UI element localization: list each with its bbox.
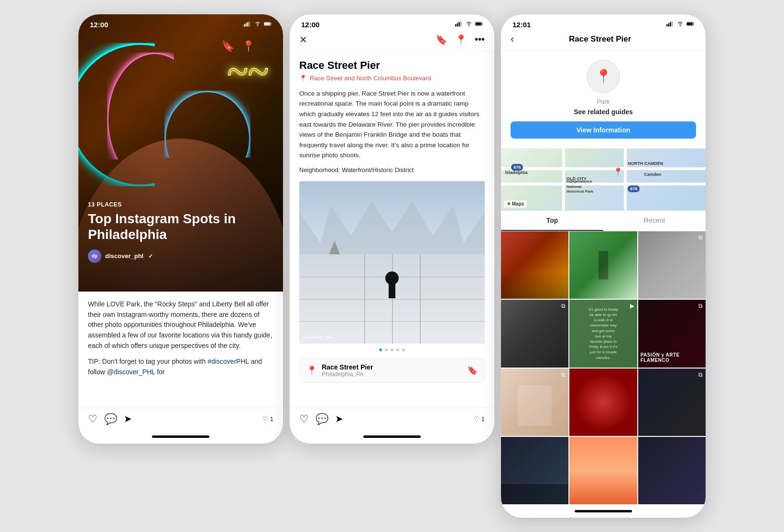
image-dots (299, 348, 485, 351)
svg-rect-14 (666, 24, 667, 27)
multi-icon-7: ⧉ (561, 371, 566, 378)
phone2-header: ✕ 🔖 📍 ••• (290, 32, 494, 52)
see-related-guides[interactable]: See related guides (574, 108, 633, 116)
verified-badge: ✓ (148, 253, 153, 260)
phone-3: 12:01 ‹ Race Street Pier ••• 📍 Park (501, 14, 706, 518)
status-time-2: 12:00 (301, 21, 319, 29)
action-icons-left-2: ♡ 💬 ➤ (299, 413, 474, 425)
location-icon-2[interactable]: 📍 (455, 34, 467, 45)
grid-item-9[interactable]: ⧉ (638, 369, 706, 436)
svg-point-4 (257, 25, 258, 26)
photo-grid: ⧉ ⧉ ▶ It's good to finally be able to go… (501, 231, 706, 504)
place-title-2: Race Street Pier (299, 59, 485, 72)
home-indicator-1 (78, 430, 283, 444)
map-independence-label: IndependenceNationalHistorical Park (566, 179, 593, 194)
close-button-2[interactable]: ✕ (299, 35, 307, 44)
more-icon-2[interactable]: ••• (475, 34, 485, 45)
map-pin: 📍 (613, 167, 623, 176)
place-footer-info: 📍 Race Street Pier Philadelphia, PA (306, 363, 373, 378)
grid-item-1[interactable] (501, 231, 568, 299)
map-676-badge-1: 676 (511, 164, 523, 171)
bookmark-icon-1[interactable]: 🔖 (221, 41, 234, 52)
location-circle: 📍 (587, 60, 620, 93)
status-icons-2 (455, 20, 483, 29)
bookmark-icon-2[interactable]: 🔖 (436, 34, 447, 45)
grid-item-2[interactable] (569, 231, 637, 299)
map-label-philadelphia: hiladelphia (505, 170, 528, 175)
svg-rect-1 (246, 23, 247, 26)
battery-icon-3 (686, 20, 694, 29)
back-button-3[interactable]: ‹ (511, 34, 514, 44)
svg-rect-7 (455, 24, 456, 27)
phone3-info-section: 📍 Park See related guides View Informati… (501, 50, 706, 149)
grid-item-4[interactable]: ⧉ (501, 300, 568, 367)
view-information-button[interactable]: View Information (511, 121, 696, 139)
home-bar-2 (363, 435, 421, 438)
footer-pin-icon: 📍 (306, 365, 317, 376)
status-bar-1: 12:00 (78, 14, 283, 32)
status-icons-1 (244, 20, 272, 29)
svg-point-11 (468, 25, 469, 26)
video-icon-5: ▶ (630, 303, 634, 309)
grid-item-5[interactable]: ▶ It's good to finally be able to go for… (569, 300, 637, 367)
svg-rect-15 (668, 23, 669, 26)
wifi-icon-1 (254, 20, 261, 29)
map-road-horizontal-1 (501, 167, 706, 170)
phone1-nav: ✕ 🔖 📍 ••• (78, 37, 283, 55)
hero-author: dp discover_phl ✓ (88, 250, 283, 263)
phone-1: 12:00 ✕ (78, 14, 283, 444)
grid-tabs: Top Recent (501, 211, 706, 231)
grid-item-6[interactable]: ⧉ PASIÓN y ARTE FLAMENCO (638, 300, 706, 367)
dot-3 (391, 348, 393, 351)
phone1-hashtag[interactable]: #discoverPHL (207, 358, 249, 365)
tab-top[interactable]: Top (501, 211, 603, 231)
phone1-text2: TIP: Don't forget to tag your photos wit… (88, 357, 273, 377)
hero-title: Top Instagram Spots in Philadelphia (88, 211, 283, 243)
phone1-mention[interactable]: @discover_PHL (107, 368, 155, 376)
hero-image: 12:00 ✕ (78, 14, 283, 292)
place-neighborhood: Neighborhood: Waterfront/Historic Distri… (299, 166, 485, 174)
grid-item-3[interactable]: ⧉ (638, 231, 706, 299)
close-icon-1[interactable]: ✕ (88, 41, 97, 52)
place-image: discover_phl (299, 181, 485, 344)
pier-floor (299, 254, 485, 344)
grid-item-10[interactable] (501, 437, 568, 504)
signal-icon-3 (666, 20, 674, 29)
grid-item-11[interactable] (569, 437, 637, 504)
status-bar-2: 12:00 (290, 14, 494, 32)
share-button-1[interactable]: ➤ (124, 413, 132, 425)
phone1-inner: 12:00 ✕ (78, 14, 283, 444)
signal-icon-2 (455, 20, 463, 29)
like-button-1[interactable]: ♡ (88, 413, 98, 425)
signal-icon-1 (244, 20, 251, 29)
svg-rect-8 (457, 23, 458, 26)
map-road-horizontal-2 (501, 183, 706, 185)
bookmark-icon-footer[interactable]: 🔖 (467, 365, 478, 376)
grid-item-7[interactable]: ⧉ (501, 369, 568, 436)
phone1-body: While LOVE Park, the "Rocky Steps" and L… (78, 292, 283, 408)
hero-meta: 13 PLACES Top Instagram Spots in Philade… (88, 201, 283, 263)
status-time-1: 12:00 (90, 21, 108, 29)
like-button-2[interactable]: ♡ (299, 413, 309, 425)
tab-recent[interactable]: Recent (603, 211, 706, 231)
share-button-2[interactable]: ➤ (335, 413, 343, 425)
phone3-header-title: Race Street Pier (569, 34, 631, 44)
map-676-badge-2: 676 (628, 185, 640, 192)
svg-rect-0 (244, 24, 245, 27)
map-container: hiladelphia OLD CITY NORTH CAMDEN 676 67… (501, 149, 706, 211)
comment-button-2[interactable]: 💬 (316, 413, 328, 425)
place-location-2: 📍 Race Street and North Columbus Bouleva… (299, 75, 485, 82)
author-name: discover_phl (105, 252, 143, 260)
grid-item-12[interactable] (638, 437, 706, 504)
location-pin-icon-1[interactable]: 📍 (242, 41, 255, 52)
more-icon-1[interactable]: ••• (262, 41, 273, 52)
grid-item-8[interactable] (569, 369, 637, 436)
pier-figure (389, 279, 395, 298)
map-road-vertical-2 (624, 149, 627, 210)
place-footer-card: 📍 Race Street Pier Philadelphia, PA 🔖 (299, 358, 485, 383)
phone1-text1: While LOVE Park, the "Rocky Steps" and L… (88, 299, 273, 351)
phone1-nav-icons: 🔖 📍 ••• (221, 41, 273, 52)
phone2-header-icons: 🔖 📍 ••• (436, 34, 485, 45)
like-count-1: ♡ 1 (262, 415, 273, 423)
comment-button-1[interactable]: 💬 (104, 413, 117, 425)
